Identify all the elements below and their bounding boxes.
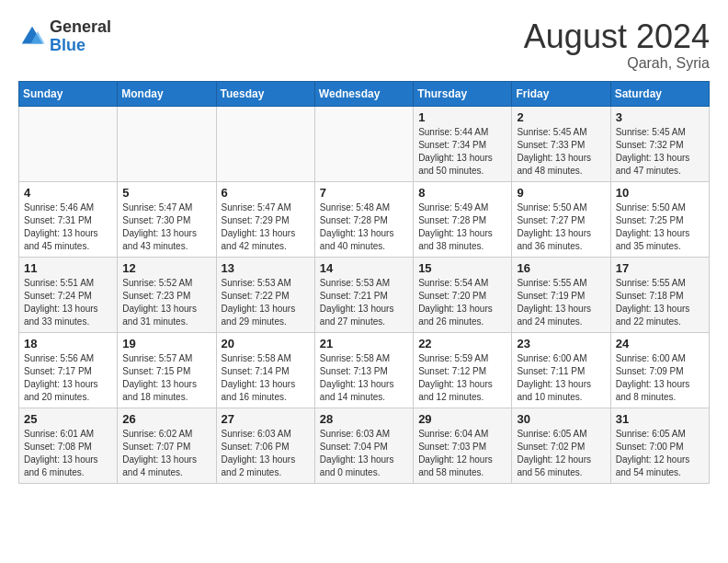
logo-text: General Blue [50,18,111,55]
day-info: Sunrise: 5:54 AM Sunset: 7:20 PM Dayligh… [418,277,506,328]
calendar-cell: 26Sunrise: 6:02 AM Sunset: 7:07 PM Dayli… [118,408,216,483]
day-info: Sunrise: 6:03 AM Sunset: 7:04 PM Dayligh… [320,428,408,479]
calendar-cell: 13Sunrise: 5:53 AM Sunset: 7:22 PM Dayli… [216,257,314,332]
day-info: Sunrise: 5:53 AM Sunset: 7:22 PM Dayligh… [222,277,310,328]
calendar-cell: 16Sunrise: 5:55 AM Sunset: 7:19 PM Dayli… [512,257,610,332]
title-area: August 2024 Qarah, Syria [524,18,710,72]
day-info: Sunrise: 5:45 AM Sunset: 7:33 PM Dayligh… [517,126,605,178]
day-info: Sunrise: 6:04 AM Sunset: 7:03 PM Dayligh… [418,428,506,479]
calendar-cell: 17Sunrise: 5:55 AM Sunset: 7:18 PM Dayli… [610,257,709,332]
day-number: 20 [222,337,310,350]
day-number: 15 [418,261,506,275]
calendar-cell: 31Sunrise: 6:05 AM Sunset: 7:00 PM Dayli… [610,408,709,483]
day-number: 8 [418,186,506,200]
day-number: 6 [222,186,310,200]
calendar-cell: 29Sunrise: 6:04 AM Sunset: 7:03 PM Dayli… [414,408,512,483]
calendar-cell: 5Sunrise: 5:47 AM Sunset: 7:30 PM Daylig… [118,181,216,257]
day-number: 22 [418,337,506,350]
day-info: Sunrise: 5:44 AM Sunset: 7:34 PM Dayligh… [418,126,506,178]
calendar-cell: 24Sunrise: 6:00 AM Sunset: 7:09 PM Dayli… [610,332,709,408]
weekday-header-friday: Friday [512,81,610,106]
calendar-cell: 25Sunrise: 6:01 AM Sunset: 7:08 PM Dayli… [19,408,118,483]
calendar-cell [19,106,118,181]
location: Qarah, Syria [524,55,710,72]
day-info: Sunrise: 5:47 AM Sunset: 7:29 PM Dayligh… [222,201,310,253]
weekday-header-tuesday: Tuesday [216,81,314,106]
day-info: Sunrise: 5:45 AM Sunset: 7:32 PM Dayligh… [616,126,704,178]
logo-icon [18,23,46,51]
day-info: Sunrise: 5:59 AM Sunset: 7:12 PM Dayligh… [418,352,506,404]
day-number: 5 [122,186,210,200]
day-info: Sunrise: 5:52 AM Sunset: 7:23 PM Dayligh… [122,277,210,328]
day-info: Sunrise: 5:47 AM Sunset: 7:30 PM Dayligh… [122,201,210,253]
calendar-cell: 14Sunrise: 5:53 AM Sunset: 7:21 PM Dayli… [314,257,413,332]
calendar-cell: 20Sunrise: 5:58 AM Sunset: 7:14 PM Dayli… [216,332,314,408]
calendar-cell [216,106,314,181]
day-info: Sunrise: 5:51 AM Sunset: 7:24 PM Dayligh… [24,277,112,328]
day-number: 24 [616,337,704,350]
day-number: 30 [517,412,605,426]
day-info: Sunrise: 6:00 AM Sunset: 7:09 PM Dayligh… [616,352,704,404]
calendar-cell: 4Sunrise: 5:46 AM Sunset: 7:31 PM Daylig… [19,181,118,257]
weekday-header-monday: Monday [118,81,216,106]
day-number: 21 [320,337,408,350]
day-number: 23 [517,337,605,350]
calendar-cell [118,106,216,181]
day-number: 27 [222,412,310,426]
calendar-table: SundayMondayTuesdayWednesdayThursdayFrid… [18,81,710,484]
day-number: 16 [517,261,605,275]
day-number: 14 [320,261,408,275]
calendar-cell: 3Sunrise: 5:45 AM Sunset: 7:32 PM Daylig… [610,106,709,181]
day-info: Sunrise: 5:48 AM Sunset: 7:28 PM Dayligh… [320,201,408,253]
week-row-1: 1Sunrise: 5:44 AM Sunset: 7:34 PM Daylig… [19,106,710,181]
day-info: Sunrise: 6:01 AM Sunset: 7:08 PM Dayligh… [24,428,112,479]
day-info: Sunrise: 5:46 AM Sunset: 7:31 PM Dayligh… [24,201,112,253]
calendar-cell: 15Sunrise: 5:54 AM Sunset: 7:20 PM Dayli… [414,257,512,332]
day-number: 11 [24,261,112,275]
calendar-cell: 22Sunrise: 5:59 AM Sunset: 7:12 PM Dayli… [414,332,512,408]
day-number: 26 [122,412,210,426]
calendar-cell: 7Sunrise: 5:48 AM Sunset: 7:28 PM Daylig… [314,181,413,257]
weekday-header-thursday: Thursday [414,81,512,106]
weekday-header-row: SundayMondayTuesdayWednesdayThursdayFrid… [19,81,710,106]
day-number: 31 [616,412,704,426]
day-number: 4 [24,186,112,200]
day-number: 19 [122,337,210,350]
calendar-cell: 6Sunrise: 5:47 AM Sunset: 7:29 PM Daylig… [216,181,314,257]
calendar-cell: 11Sunrise: 5:51 AM Sunset: 7:24 PM Dayli… [19,257,118,332]
calendar-cell: 18Sunrise: 5:56 AM Sunset: 7:17 PM Dayli… [19,332,118,408]
calendar-cell: 30Sunrise: 6:05 AM Sunset: 7:02 PM Dayli… [512,408,610,483]
calendar-cell: 2Sunrise: 5:45 AM Sunset: 7:33 PM Daylig… [512,106,610,181]
calendar-cell [314,106,413,181]
day-info: Sunrise: 5:50 AM Sunset: 7:25 PM Dayligh… [616,201,704,253]
day-number: 12 [122,261,210,275]
day-info: Sunrise: 6:00 AM Sunset: 7:11 PM Dayligh… [517,352,605,404]
calendar-cell: 9Sunrise: 5:50 AM Sunset: 7:27 PM Daylig… [512,181,610,257]
day-info: Sunrise: 5:50 AM Sunset: 7:27 PM Dayligh… [517,201,605,253]
day-info: Sunrise: 5:49 AM Sunset: 7:28 PM Dayligh… [418,201,506,253]
calendar-cell: 27Sunrise: 6:03 AM Sunset: 7:06 PM Dayli… [216,408,314,483]
weekday-header-sunday: Sunday [19,81,118,106]
day-number: 25 [24,412,112,426]
day-info: Sunrise: 5:56 AM Sunset: 7:17 PM Dayligh… [24,352,112,404]
calendar-cell: 19Sunrise: 5:57 AM Sunset: 7:15 PM Dayli… [118,332,216,408]
calendar-cell: 8Sunrise: 5:49 AM Sunset: 7:28 PM Daylig… [414,181,512,257]
day-info: Sunrise: 6:02 AM Sunset: 7:07 PM Dayligh… [122,428,210,479]
day-info: Sunrise: 5:55 AM Sunset: 7:19 PM Dayligh… [517,277,605,328]
day-info: Sunrise: 5:57 AM Sunset: 7:15 PM Dayligh… [122,352,210,404]
day-info: Sunrise: 5:58 AM Sunset: 7:14 PM Dayligh… [222,352,310,404]
week-row-2: 4Sunrise: 5:46 AM Sunset: 7:31 PM Daylig… [19,181,710,257]
weekday-header-saturday: Saturday [610,81,709,106]
day-number: 10 [616,186,704,200]
day-number: 1 [418,110,506,124]
day-number: 18 [24,337,112,350]
day-number: 3 [616,110,704,124]
logo: General Blue [18,18,111,55]
week-row-5: 25Sunrise: 6:01 AM Sunset: 7:08 PM Dayli… [19,408,710,483]
day-info: Sunrise: 6:05 AM Sunset: 7:00 PM Dayligh… [616,428,704,479]
day-number: 29 [418,412,506,426]
day-number: 28 [320,412,408,426]
page-header: General Blue August 2024 Qarah, Syria [18,18,710,72]
weekday-header-wednesday: Wednesday [314,81,413,106]
calendar-cell: 12Sunrise: 5:52 AM Sunset: 7:23 PM Dayli… [118,257,216,332]
